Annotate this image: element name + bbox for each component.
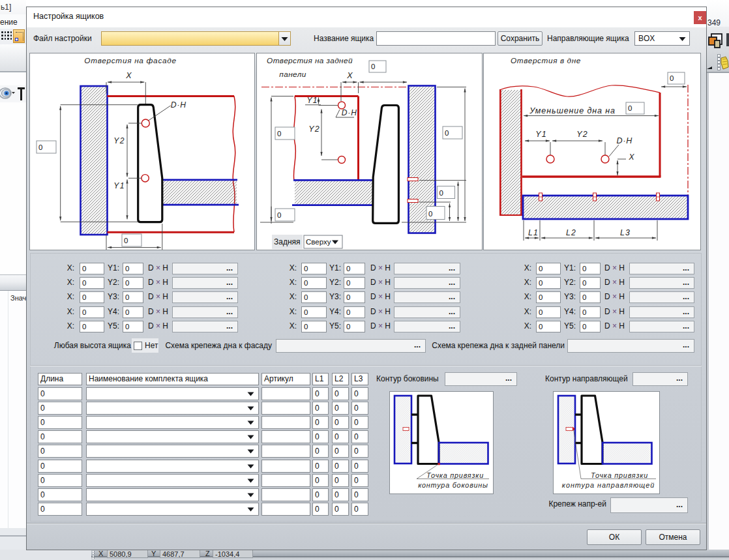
svg-text:Отверстия на задней: Отверстия на задней [267,56,353,65]
svg-text:Y1: Y1 [535,130,547,139]
svg-text:контура направляющей: контура направляющей [562,481,655,489]
svg-text:0: 0 [439,189,443,197]
svg-text:Y2: Y2 [308,125,320,134]
svg-text:0: 0 [124,237,128,244]
svg-text:D∙H: D∙H [616,136,632,145]
svg-text:L3: L3 [620,228,631,237]
svg-text:Задняя: Задняя [274,237,301,246]
svg-text:0: 0 [628,104,632,112]
svg-text:X: X [346,71,353,80]
svg-text:X: X [125,71,132,80]
svg-text:Y1: Y1 [306,96,318,105]
svg-text:D∙H: D∙H [342,108,357,117]
svg-text:0: 0 [670,74,674,82]
svg-text:0: 0 [38,143,42,151]
svg-text:Точка привязки: Точка привязки [591,471,648,479]
svg-text:Y2: Y2 [113,136,125,145]
svg-text:0: 0 [428,210,432,218]
svg-text:0: 0 [277,130,281,138]
svg-text:контура боковины: контура боковины [418,481,488,489]
svg-text:Уменьшение дна на: Уменьшение дна на [529,106,616,115]
svg-text:0: 0 [445,129,449,137]
svg-text:Y1: Y1 [113,181,125,190]
svg-text:Отверстия на фасаде: Отверстия на фасаде [84,56,176,65]
svg-text:Отверстия в дне: Отверстия в дне [511,56,581,65]
svg-text:0: 0 [277,211,281,219]
svg-text:панели: панели [279,70,306,79]
svg-text:L2: L2 [566,228,576,237]
svg-text:X: X [628,153,634,162]
svg-text:Точка привязки: Точка привязки [426,471,484,479]
svg-text:L1: L1 [528,228,539,237]
svg-text:0: 0 [371,63,375,70]
svg-text:D∙H: D∙H [171,100,187,110]
svg-text:Сверху: Сверху [306,238,331,246]
svg-text:Y2: Y2 [576,130,588,139]
